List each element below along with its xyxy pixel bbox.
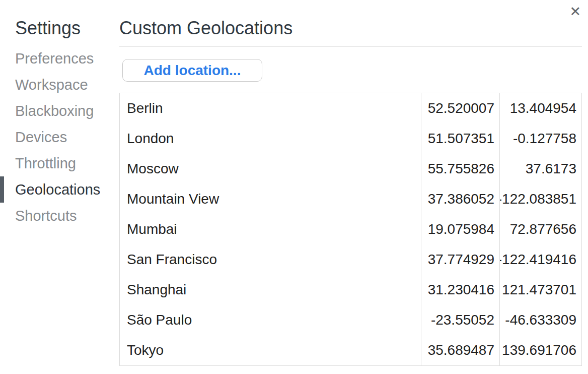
add-location-button[interactable]: Add location... (122, 59, 262, 82)
longitude-cell[interactable]: 72.877656 (499, 214, 581, 244)
location-name-cell[interactable]: São Paulo (120, 305, 421, 335)
table-row[interactable]: Berlin 52.520007 13.404954 (120, 93, 581, 123)
latitude-cell[interactable]: 37.386052 (421, 184, 499, 214)
longitude-cell[interactable]: 121.473701 (499, 275, 581, 305)
table-row[interactable]: Mountain View 37.386052 -122.083851 (120, 184, 581, 214)
location-name-cell[interactable]: London (120, 123, 421, 154)
latitude-cell[interactable]: 55.755826 (421, 154, 499, 184)
sidebar-item-label: Throttling (15, 155, 76, 172)
latitude-cell[interactable]: 37.774929 (421, 244, 499, 275)
sidebar-item-preferences[interactable]: Preferences (0, 45, 119, 72)
sidebar-item-geolocations[interactable]: Geolocations (0, 176, 119, 203)
location-name-cell[interactable]: Mumbai (120, 214, 421, 244)
sidebar-item-label: Devices (15, 129, 67, 146)
location-name-cell[interactable]: Shanghai (120, 275, 421, 305)
table-row[interactable]: Moscow 55.755826 37.6173 (120, 154, 581, 184)
table-row[interactable]: San Francisco 37.774929 -122.419416 (120, 244, 581, 275)
latitude-cell[interactable]: 35.689487 (421, 335, 499, 365)
latitude-cell[interactable]: 31.230416 (421, 275, 499, 305)
longitude-cell[interactable]: -122.083851 (499, 184, 581, 214)
table-row[interactable]: London 51.507351 -0.127758 (120, 123, 581, 154)
location-name-cell[interactable]: San Francisco (120, 244, 421, 275)
latitude-cell[interactable]: -23.55052 (421, 305, 499, 335)
table-row[interactable]: Mumbai 19.075984 72.877656 (120, 214, 581, 244)
latitude-cell[interactable]: 51.507351 (421, 123, 499, 154)
close-icon[interactable]: ✕ (569, 5, 581, 19)
table-row[interactable]: Tokyo 35.689487 139.691706 (120, 335, 581, 365)
title-divider (119, 46, 582, 47)
table-row[interactable]: São Paulo -23.55052 -46.633309 (120, 305, 581, 335)
longitude-cell[interactable]: -122.419416 (499, 244, 581, 275)
longitude-cell[interactable]: -46.633309 (499, 305, 581, 335)
geolocations-table: Berlin 52.520007 13.404954 London 51.507… (119, 93, 582, 366)
location-name-cell[interactable]: Berlin (120, 93, 421, 123)
longitude-cell[interactable]: -0.127758 (499, 123, 581, 154)
sidebar-item-label: Blackboxing (15, 103, 94, 119)
sidebar-item-label: Geolocations (15, 181, 100, 198)
sidebar-item-devices[interactable]: Devices (0, 124, 119, 150)
location-name-cell[interactable]: Mountain View (120, 184, 421, 214)
sidebar-item-shortcuts[interactable]: Shortcuts (0, 203, 119, 229)
settings-title: Settings (15, 18, 81, 38)
latitude-cell[interactable]: 19.075984 (421, 214, 499, 244)
sidebar-item-workspace[interactable]: Workspace (0, 72, 119, 98)
sidebar-item-throttling[interactable]: Throttling (0, 150, 119, 176)
page-title: Custom Geolocations (119, 18, 292, 38)
longitude-cell[interactable]: 13.404954 (499, 93, 581, 123)
latitude-cell[interactable]: 52.520007 (421, 93, 499, 123)
location-name-cell[interactable]: Tokyo (120, 335, 421, 365)
longitude-cell[interactable]: 139.691706 (499, 335, 581, 365)
sidebar-item-label: Workspace (15, 77, 88, 93)
settings-sidebar-nav: Preferences Workspace Blackboxing Device… (0, 45, 119, 229)
sidebar-item-label: Preferences (15, 50, 94, 67)
sidebar-item-label: Shortcuts (15, 208, 77, 224)
location-name-cell[interactable]: Moscow (120, 154, 421, 184)
sidebar-item-blackboxing[interactable]: Blackboxing (0, 98, 119, 124)
longitude-cell[interactable]: 37.6173 (499, 154, 581, 184)
table-row[interactable]: Shanghai 31.230416 121.473701 (120, 275, 581, 305)
